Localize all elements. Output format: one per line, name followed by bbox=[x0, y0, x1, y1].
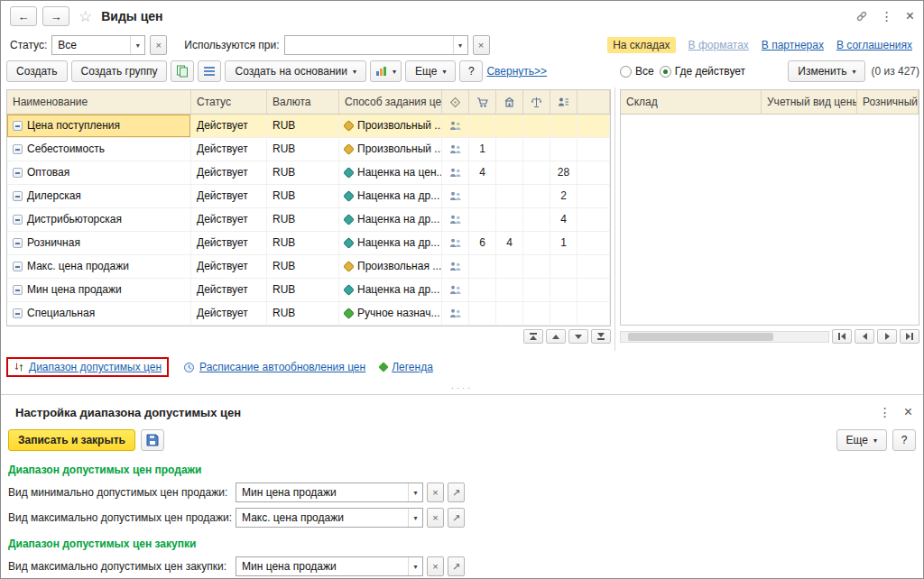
table-row[interactable]: Цена поступления Действует RUB Произволь… bbox=[7, 115, 610, 138]
reports-dropdown-button[interactable]: ▾ bbox=[370, 60, 402, 82]
cell-users[interactable] bbox=[442, 208, 469, 232]
column-name[interactable]: Наименование bbox=[7, 90, 191, 115]
cell-count-1[interactable] bbox=[469, 279, 496, 302]
cell-count-1[interactable] bbox=[469, 115, 496, 138]
close-icon[interactable]: × bbox=[906, 8, 914, 24]
cell-method[interactable]: Наценка на др... bbox=[339, 232, 442, 255]
link-formats[interactable]: В форматах bbox=[688, 39, 749, 51]
cell-count-2[interactable] bbox=[496, 255, 523, 279]
scrollbar-track[interactable] bbox=[620, 331, 829, 343]
min-sale-price-input[interactable]: Мин цена продажи ▾ bbox=[236, 482, 423, 502]
cell-count-4[interactable]: 1 bbox=[550, 232, 578, 255]
cell-users[interactable] bbox=[442, 115, 469, 138]
cell-name[interactable]: Себестоимость bbox=[7, 138, 191, 161]
cell-method[interactable]: Наценка на цен... bbox=[339, 161, 442, 185]
chevron-down-icon[interactable]: ▾ bbox=[408, 509, 422, 527]
store-icon[interactable] bbox=[496, 90, 523, 115]
dialog-more-button[interactable]: Еще ▾ bbox=[836, 429, 887, 451]
cell-users[interactable] bbox=[442, 279, 469, 302]
scales-icon[interactable] bbox=[523, 90, 550, 115]
open-button[interactable]: ↗ bbox=[448, 482, 465, 502]
max-purchase-price-input[interactable]: Мин цена продажи ▾ bbox=[236, 556, 423, 576]
cell-status[interactable]: Действует bbox=[191, 208, 267, 232]
table-row[interactable]: Макс. цена продажи Действует RUB Произво… bbox=[7, 255, 610, 279]
dialog-close-icon[interactable]: × bbox=[904, 404, 912, 420]
cell-count-4[interactable] bbox=[550, 302, 578, 326]
cell-count-2[interactable] bbox=[496, 208, 523, 232]
column-method[interactable]: Способ задания цены bbox=[339, 90, 442, 115]
cell-count-1[interactable] bbox=[469, 185, 496, 208]
cell-count-3[interactable] bbox=[523, 115, 550, 138]
link-warehouses[interactable]: На складах bbox=[607, 37, 675, 53]
cell-count-1[interactable] bbox=[469, 255, 496, 279]
radio-where-active[interactable]: Где действует bbox=[660, 65, 745, 78]
column-warehouse[interactable]: Склад bbox=[621, 90, 762, 115]
cell-count-4[interactable] bbox=[550, 115, 578, 138]
create-button[interactable]: Создать bbox=[6, 60, 68, 82]
cell-method[interactable]: Ручное назнач... bbox=[339, 302, 442, 326]
save-button[interactable] bbox=[141, 429, 164, 451]
cell-count-3[interactable] bbox=[523, 255, 550, 279]
cell-count-4[interactable] bbox=[550, 255, 578, 279]
cell-users[interactable] bbox=[442, 185, 469, 208]
cell-status[interactable]: Действует bbox=[191, 115, 267, 138]
table-row[interactable]: Мин цена продажи Действует RUB Наценка н… bbox=[7, 279, 610, 302]
cell-name[interactable]: Оптовая bbox=[7, 161, 191, 185]
dialog-menu-icon[interactable]: ⋮ bbox=[879, 405, 892, 419]
help-button[interactable]: ? bbox=[459, 60, 483, 82]
usage-clear-button[interactable]: × bbox=[473, 35, 490, 55]
cell-count-1[interactable] bbox=[469, 208, 496, 232]
cell-count-2[interactable] bbox=[496, 115, 523, 138]
cell-status[interactable]: Действует bbox=[191, 279, 267, 302]
table-row[interactable]: Розничная Действует RUB Наценка на др...… bbox=[7, 232, 610, 255]
create-group-button[interactable]: Создать группу bbox=[71, 60, 168, 82]
legend-link[interactable]: Легенда bbox=[392, 361, 433, 373]
table-row[interactable]: Оптовая Действует RUB Наценка на цен... … bbox=[7, 161, 610, 185]
horizontal-splitter[interactable]: ···· bbox=[1, 383, 923, 395]
collapse-link[interactable]: Свернуть>> bbox=[486, 65, 547, 78]
cell-name[interactable]: Цена поступления bbox=[7, 115, 191, 138]
price-range-link[interactable]: Диапазон допустимых цен bbox=[29, 361, 162, 373]
cell-status[interactable]: Действует bbox=[191, 232, 267, 255]
scroll-last-button[interactable] bbox=[900, 329, 919, 344]
cell-count-4[interactable]: 2 bbox=[550, 185, 578, 208]
cell-name[interactable]: Дистрибьюторская bbox=[7, 208, 191, 232]
scrollbar-thumb[interactable] bbox=[628, 333, 773, 341]
table-row[interactable]: Дистрибьюторская Действует RUB Наценка н… bbox=[7, 208, 610, 232]
chevron-down-icon[interactable]: ▾ bbox=[130, 36, 144, 54]
cell-count-3[interactable] bbox=[523, 232, 550, 255]
cell-count-3[interactable] bbox=[523, 161, 550, 185]
table-row[interactable]: Дилерская Действует RUB Наценка на др...… bbox=[7, 185, 610, 208]
chevron-down-icon[interactable]: ▾ bbox=[453, 36, 467, 54]
cell-currency[interactable]: RUB bbox=[267, 208, 339, 232]
cell-count-2[interactable] bbox=[496, 161, 523, 185]
cell-name[interactable]: Специальная bbox=[7, 302, 191, 326]
favorite-star-icon[interactable]: ☆ bbox=[79, 7, 92, 26]
cell-status[interactable]: Действует bbox=[191, 255, 267, 279]
scroll-right-button[interactable] bbox=[877, 329, 897, 344]
auto-update-schedule-link[interactable]: Расписание автообновления цен bbox=[199, 361, 365, 373]
cell-count-2[interactable]: 4 bbox=[496, 232, 523, 255]
cell-users[interactable] bbox=[442, 161, 469, 185]
link-agreements[interactable]: В соглашениях bbox=[836, 39, 912, 51]
cell-users[interactable] bbox=[442, 255, 469, 279]
cell-users[interactable] bbox=[442, 302, 469, 326]
scroll-last-button[interactable] bbox=[591, 329, 611, 344]
link-partners[interactable]: В партнерах bbox=[762, 39, 824, 51]
cell-count-2[interactable] bbox=[496, 138, 523, 161]
more-button[interactable]: Еще ▾ bbox=[405, 60, 456, 82]
chevron-down-icon[interactable]: ▾ bbox=[408, 483, 422, 501]
list-settings-button[interactable] bbox=[198, 60, 221, 82]
cell-status[interactable]: Действует bbox=[191, 138, 267, 161]
table-row[interactable]: Себестоимость Действует RUB Произвольный… bbox=[7, 138, 610, 161]
cell-status[interactable]: Действует bbox=[191, 302, 267, 326]
dialog-help-button[interactable]: ? bbox=[892, 429, 916, 451]
window-menu-icon[interactable]: ⋮ bbox=[881, 9, 893, 23]
table-row[interactable]: Специальная Действует RUB Ручное назнач.… bbox=[7, 302, 610, 326]
cell-name[interactable]: Дилерская bbox=[7, 185, 191, 208]
column-retail[interactable]: Розничный bbox=[857, 90, 919, 115]
clear-button[interactable]: × bbox=[427, 556, 444, 576]
cell-method[interactable]: Произвольная ... bbox=[339, 255, 442, 279]
cell-currency[interactable]: RUB bbox=[267, 255, 339, 279]
cell-currency[interactable]: RUB bbox=[267, 302, 339, 326]
